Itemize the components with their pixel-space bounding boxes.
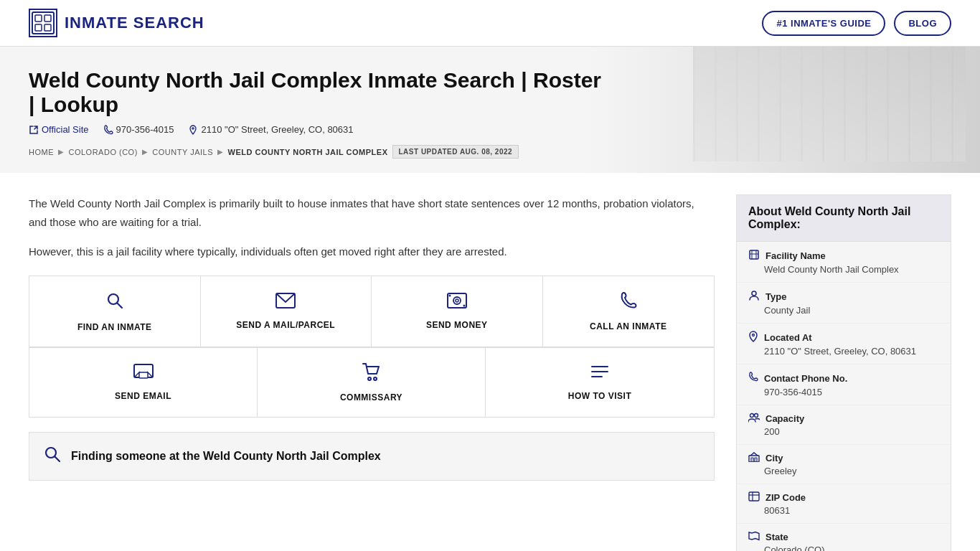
svg-rect-1: [35, 15, 42, 22]
zip-label: ZIP Code: [765, 492, 806, 503]
about-header: About Weld County North Jail Complex:: [737, 195, 951, 242]
action-send-money[interactable]: SEND MONEY: [372, 276, 543, 347]
hero-meta: Official Site 970-356-4015 2110 "O" Stre…: [29, 124, 951, 135]
svg-point-31: [750, 414, 754, 418]
svg-point-12: [448, 294, 451, 296]
city-value: Greeley: [748, 466, 939, 476]
sep1: ▶: [58, 148, 65, 156]
breadcrumb-state[interactable]: COLORADO (CO): [69, 148, 138, 156]
link-icon: [29, 125, 39, 135]
svg-point-18: [368, 377, 371, 380]
svg-point-29: [752, 291, 756, 296]
svg-point-5: [192, 127, 194, 128]
jail-illustration: [693, 47, 966, 161]
capacity-icon: [748, 413, 760, 425]
about-row-zip: ZIP Code 80631: [737, 484, 951, 524]
svg-line-24: [55, 456, 60, 461]
breadcrumb: HOME ▶ COLORADO (CO) ▶ COUNTY JAILS ▶ WE…: [29, 145, 951, 159]
action-mail-label: SEND A MAIL/PARCEL: [236, 320, 335, 330]
action-grid-top: FIND AN INMATE SEND A MAIL/PARCEL: [29, 276, 715, 348]
about-row-capacity: Capacity 200: [737, 405, 951, 445]
svg-line-7: [117, 303, 122, 308]
action-grid-bottom: SEND EMAIL COMMISSARY: [29, 348, 715, 418]
svg-point-19: [374, 377, 377, 380]
svg-point-11: [456, 299, 458, 302]
svg-rect-2: [44, 15, 51, 22]
description-para2: However, this is a jail facility where t…: [29, 242, 715, 261]
left-column: The Weld County North Jail Complex is pr…: [29, 194, 715, 551]
action-commissary-label: COMMISSARY: [340, 392, 402, 402]
about-row-phone: Contact Phone No. 970-356-4015: [737, 364, 951, 405]
action-how-to-visit[interactable]: HOW TO VISIT: [486, 348, 714, 417]
svg-point-13: [463, 304, 465, 306]
svg-rect-4: [44, 24, 51, 31]
site-title: INMATE SEARCH: [65, 14, 204, 32]
phone-row-icon: [748, 372, 758, 385]
location-label: Located At: [764, 332, 812, 343]
about-row-city: City Greeley: [737, 445, 951, 484]
search-icon: [105, 291, 125, 315]
blog-button[interactable]: BLOG: [894, 11, 951, 36]
action-send-email[interactable]: SEND EMAIL: [29, 348, 258, 417]
svg-rect-35: [755, 458, 757, 462]
building-icon: [748, 249, 760, 263]
facility-label: Facility Name: [765, 250, 826, 261]
zip-icon: [748, 491, 760, 504]
main-content: The Weld County North Jail Complex is pr…: [0, 173, 980, 551]
sep3: ▶: [217, 148, 224, 156]
phone-value: 970-356-4015: [748, 387, 939, 397]
svg-rect-34: [751, 458, 753, 462]
type-icon: [748, 290, 760, 303]
action-money-label: SEND MONEY: [426, 320, 488, 330]
capacity-label: Capacity: [765, 413, 804, 424]
state-label: State: [765, 532, 788, 542]
svg-point-30: [753, 334, 755, 336]
breadcrumb-current: WELD COUNTY NORTH JAIL COMPLEX: [228, 148, 388, 156]
type-value: County Jail: [748, 305, 939, 316]
breadcrumb-county[interactable]: COUNTY JAILS: [152, 148, 213, 156]
city-icon: [748, 452, 760, 464]
action-visit-label: HOW TO VISIT: [568, 391, 631, 401]
logo-area: INMATE SEARCH: [29, 9, 204, 37]
facility-value: Weld County North Jail Complex: [748, 264, 939, 275]
svg-rect-17: [139, 372, 148, 378]
zip-value: 80631: [748, 505, 939, 516]
right-column: About Weld County North Jail Complex: Fa…: [736, 194, 951, 551]
guide-button[interactable]: #1 INMATE'S GUIDE: [762, 11, 885, 36]
svg-rect-36: [749, 492, 759, 501]
address-info: 2110 "O" Street, Greeley, CO, 80631: [188, 124, 353, 135]
city-label: City: [765, 453, 783, 463]
phone-action-icon: [619, 291, 638, 314]
sep2: ▶: [142, 148, 149, 156]
action-call-label: CALL AN INMATE: [590, 321, 666, 331]
finding-section[interactable]: Finding someone at the Weld County North…: [29, 432, 715, 481]
action-call-inmate[interactable]: CALL AN INMATE: [543, 276, 715, 347]
action-send-mail[interactable]: SEND A MAIL/PARCEL: [201, 276, 372, 347]
svg-rect-33: [749, 456, 759, 462]
about-row-facility: Facility Name Weld County North Jail Com…: [737, 242, 951, 283]
svg-rect-3: [35, 24, 42, 31]
logo-icon: [29, 9, 57, 37]
phone-icon: [103, 125, 113, 135]
type-label: Type: [765, 291, 786, 302]
phone-label: Contact Phone No.: [764, 373, 847, 384]
about-row-location: Located At 2110 "O" Street, Greeley, CO,…: [737, 324, 951, 364]
header: INMATE SEARCH #1 INMATE'S GUIDE BLOG: [0, 0, 980, 47]
last-updated-badge: LAST UPDATED AUG. 08, 2022: [392, 145, 519, 159]
state-map-icon: [748, 531, 760, 543]
cart-icon: [362, 362, 382, 385]
action-find-label: FIND AN INMATE: [77, 322, 152, 332]
about-row-state: State Colorado (CO): [737, 524, 951, 551]
action-find-inmate[interactable]: FIND AN INMATE: [29, 276, 201, 347]
header-buttons: #1 INMATE'S GUIDE BLOG: [762, 11, 951, 36]
phone-info: 970-356-4015: [103, 124, 174, 135]
email-icon: [133, 364, 154, 384]
description-para1: The Weld County North Jail Complex is pr…: [29, 194, 715, 231]
official-site-link[interactable]: Official Site: [29, 124, 89, 135]
page-title: Weld County North Jail Complex Inmate Se…: [29, 68, 603, 117]
capacity-value: 200: [748, 426, 939, 437]
hero-section: Weld County North Jail Complex Inmate Se…: [0, 47, 980, 173]
action-commissary[interactable]: COMMISSARY: [258, 348, 486, 417]
finding-search-icon: [44, 446, 61, 467]
breadcrumb-home[interactable]: HOME: [29, 148, 54, 156]
